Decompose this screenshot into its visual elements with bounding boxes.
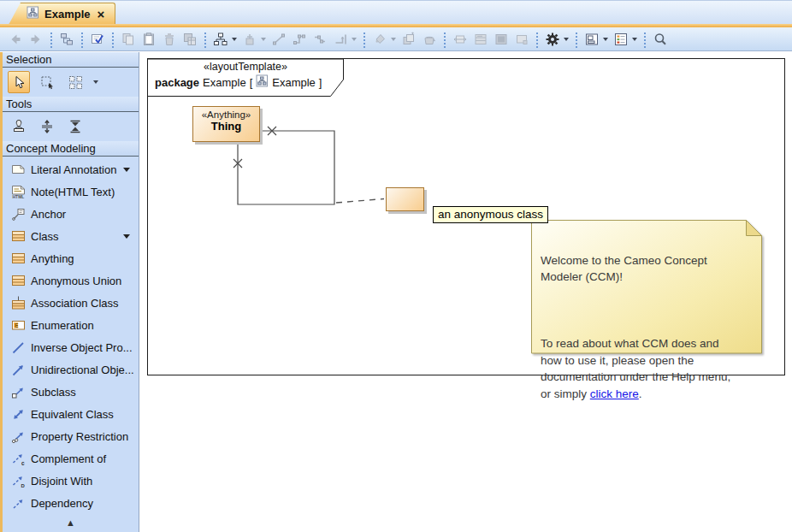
bring-to-front-button[interactable] (399, 29, 419, 50)
search-button[interactable] (650, 29, 671, 50)
anonymous-class-label[interactable]: an anonymous class (433, 206, 548, 223)
class-dropdown-caret[interactable] (123, 234, 130, 239)
anchor-dashed-line[interactable] (336, 199, 384, 204)
apply-style-button[interactable] (419, 29, 440, 50)
anonymous-class-shape[interactable] (386, 187, 424, 211)
frame-diagram-name: Example (272, 76, 316, 89)
layout-dropdown-caret[interactable] (232, 38, 237, 41)
svg-text:HTML: HTML (12, 194, 24, 199)
thing-class-shape[interactable]: «Anything» Thing (192, 106, 260, 142)
application-window: Example × (0, 0, 792, 532)
palette-item-class[interactable]: Class (3, 225, 139, 247)
pointer-tool-button[interactable] (8, 71, 30, 93)
reroute-path-button[interactable] (330, 29, 351, 50)
palette-item-dependency[interactable]: Dependency (3, 492, 139, 514)
palette-item-anchor[interactable]: Anchor (3, 203, 139, 225)
frame-name-line: package Example [ Example ] (148, 74, 343, 90)
class-icon (9, 251, 27, 265)
forward-button[interactable] (26, 29, 46, 50)
frame-kind: package (155, 76, 199, 89)
select-in-containment-tree-button[interactable] (56, 29, 77, 50)
concept-modeling-palette: Literal Annotation HTML Note(HTML Text) … (3, 157, 139, 514)
palette-item-anything[interactable]: Anything (3, 247, 139, 269)
thing-name: Thing (193, 120, 259, 133)
property-restriction-icon (9, 429, 27, 444)
add-shape-button[interactable] (239, 29, 260, 50)
fill-color-dropdown-caret[interactable] (391, 38, 396, 41)
note-fold-corner (747, 221, 762, 236)
group-select-dropdown-caret[interactable] (93, 80, 98, 84)
svg-text:E: E (15, 322, 19, 328)
palette-item-inverse-object-property[interactable]: Inverse Object Pro... (3, 336, 139, 358)
toolbar-separator (109, 31, 116, 48)
complement-of-icon: c (9, 452, 27, 466)
toolbar-separator (441, 31, 448, 48)
frame-header: «layoutTemplate» package Example [ Examp… (148, 61, 343, 90)
copy-diagram-button[interactable] (180, 29, 200, 50)
autosize-button[interactable] (450, 29, 470, 50)
selection-tool-row (3, 68, 139, 97)
draw-oblique-path-button[interactable] (310, 29, 330, 50)
reroute-dropdown-caret[interactable] (352, 38, 357, 41)
tab-example[interactable]: Example × (9, 3, 115, 25)
delete-button[interactable] (159, 29, 180, 50)
fill-color-button[interactable] (369, 29, 390, 50)
tab-close-icon[interactable]: × (95, 8, 106, 21)
palette-item-disjoint-with[interactable]: D Disjoint With (3, 470, 139, 492)
toolbar-separator (79, 31, 86, 48)
note-paragraph-1: Welcome to the Cameo Concept Modeler (CC… (541, 254, 707, 284)
marquee-select-tool-button[interactable] (36, 71, 58, 93)
palette-item-subclass[interactable]: Subclass (3, 381, 139, 403)
unidirectional-association-icon (9, 363, 27, 377)
literal-annotation-dropdown-caret[interactable] (123, 168, 130, 172)
paste-button[interactable] (139, 29, 159, 50)
add-shape-dropdown-caret[interactable] (261, 38, 266, 41)
vertical-distribute-tool-button[interactable] (36, 115, 58, 138)
welcome-note[interactable]: Welcome to the Cameo Concept Modeler (CC… (531, 220, 763, 354)
sticky-stamp-tool-button[interactable] (8, 115, 30, 138)
check-active-diagram-button[interactable] (87, 29, 108, 50)
toolbar-separator (534, 31, 541, 48)
palette-item-association-class[interactable]: Association Class (3, 292, 139, 314)
draw-path-button[interactable] (289, 29, 310, 50)
diagram-icon (256, 74, 269, 90)
copy-button[interactable] (118, 29, 139, 50)
palette-item-complement-of[interactable]: c Complement of (3, 447, 139, 470)
window-layout-button[interactable] (582, 29, 602, 50)
toolbar-separator (573, 31, 580, 48)
click-here-link[interactable]: click here (590, 387, 639, 400)
layout-diagram-button[interactable] (210, 29, 231, 50)
palette-item-equivalent-class[interactable]: Equivalent Class (3, 403, 139, 425)
diagram-palette-sidebar: Selection Tools Concept Modeling Literal… (0, 52, 139, 532)
palette-item-property-restriction[interactable]: Property Restriction (3, 425, 139, 447)
palette-item-enumeration[interactable]: E Enumeration (3, 314, 139, 336)
vertical-compress-tool-button[interactable] (64, 115, 86, 138)
show-diagram-frame-button[interactable] (511, 29, 532, 50)
palette-item-html-note[interactable]: HTML Note(HTML Text) (3, 180, 139, 203)
svg-text:c: c (21, 459, 25, 465)
toolbar-separator (202, 31, 209, 48)
class-icon (9, 229, 27, 243)
html-note-icon: HTML (9, 185, 27, 199)
group-select-tool-button[interactable] (64, 71, 86, 93)
palette-item-unidirectional-association[interactable]: Unidirectional Obje... (3, 358, 139, 381)
thing-stereotype: «Anything» (193, 109, 259, 120)
back-button[interactable] (5, 29, 26, 50)
palette-item-anonymous-union[interactable]: Anonymous Union (3, 269, 139, 292)
window-layout-dropdown-caret[interactable] (603, 38, 608, 41)
settings-gear-button[interactable] (542, 29, 563, 50)
palette-scroll-up-icon[interactable]: ▲ (3, 517, 139, 528)
section-header-concept-modeling: Concept Modeling (3, 141, 139, 157)
show-compartments-button[interactable] (470, 29, 491, 50)
legend-dropdown-caret[interactable] (632, 38, 637, 41)
legend-button[interactable] (611, 29, 631, 50)
frame-stereotype: «layoutTemplate» (148, 61, 343, 73)
draw-line-button[interactable] (269, 29, 289, 50)
tools-row (3, 112, 139, 141)
section-header-selection: Selection (3, 52, 139, 68)
image-shape-button[interactable] (491, 29, 511, 50)
settings-dropdown-caret[interactable] (564, 38, 569, 41)
literal-annotation-icon (9, 163, 27, 176)
palette-item-literal-annotation[interactable]: Literal Annotation (3, 158, 139, 180)
inverse-object-property-icon (9, 340, 27, 355)
